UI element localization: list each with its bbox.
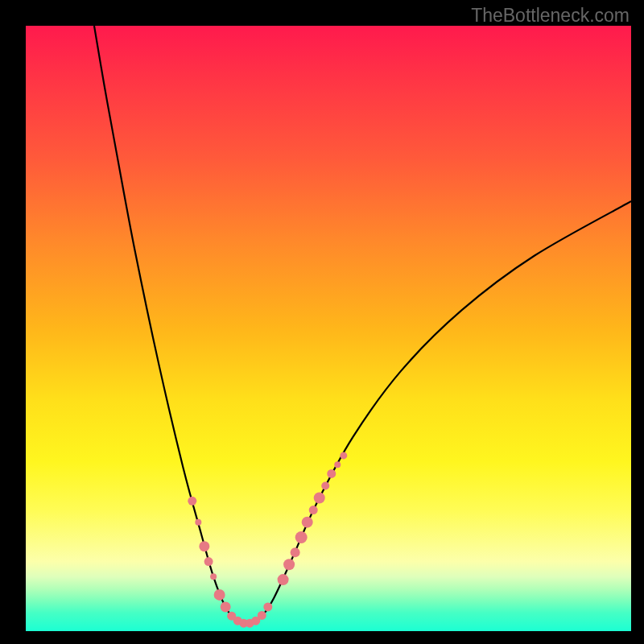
bottleneck-curve — [26, 26, 631, 631]
data-point — [278, 574, 289, 585]
data-point — [321, 482, 329, 490]
v-curve-path — [94, 26, 631, 625]
data-point — [258, 611, 266, 620]
data-point — [340, 452, 347, 459]
data-point — [309, 506, 318, 514]
data-point — [263, 602, 272, 611]
data-point — [221, 601, 231, 612]
chart-plot-area — [26, 26, 631, 631]
data-point — [199, 541, 209, 551]
data-point — [214, 589, 225, 601]
data-points — [188, 452, 347, 627]
data-point — [314, 493, 325, 504]
data-point — [302, 517, 313, 528]
data-point — [204, 557, 213, 566]
data-point — [334, 461, 341, 468]
data-point — [295, 531, 308, 543]
data-point — [327, 469, 336, 478]
watermark-text: TheBottleneck.com — [471, 5, 630, 27]
data-point — [283, 559, 295, 570]
data-point — [210, 573, 217, 580]
data-point — [188, 497, 196, 506]
data-point — [195, 519, 201, 526]
data-point — [291, 547, 300, 557]
